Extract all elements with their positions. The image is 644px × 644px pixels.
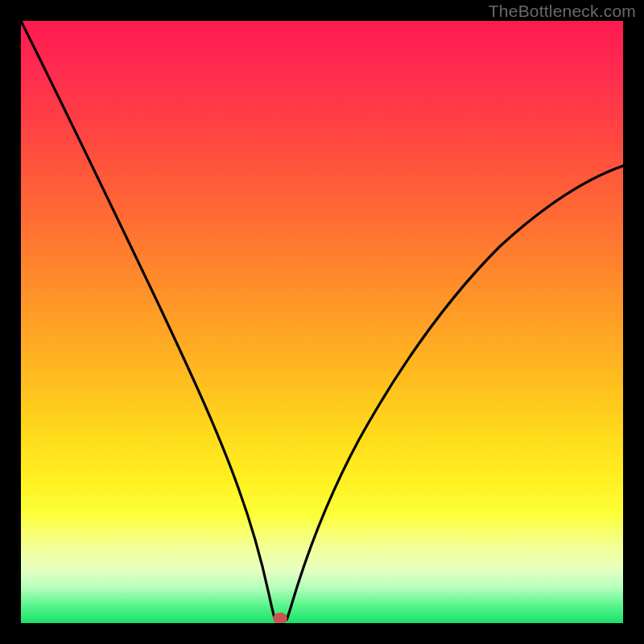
bottleneck-curve <box>21 21 623 623</box>
watermark-text: TheBottleneck.com <box>489 2 636 21</box>
curve-path <box>21 21 623 621</box>
curve-minimum-marker <box>273 613 287 623</box>
chart-frame: TheBottleneck.com <box>0 0 644 644</box>
plot-area <box>21 21 623 623</box>
